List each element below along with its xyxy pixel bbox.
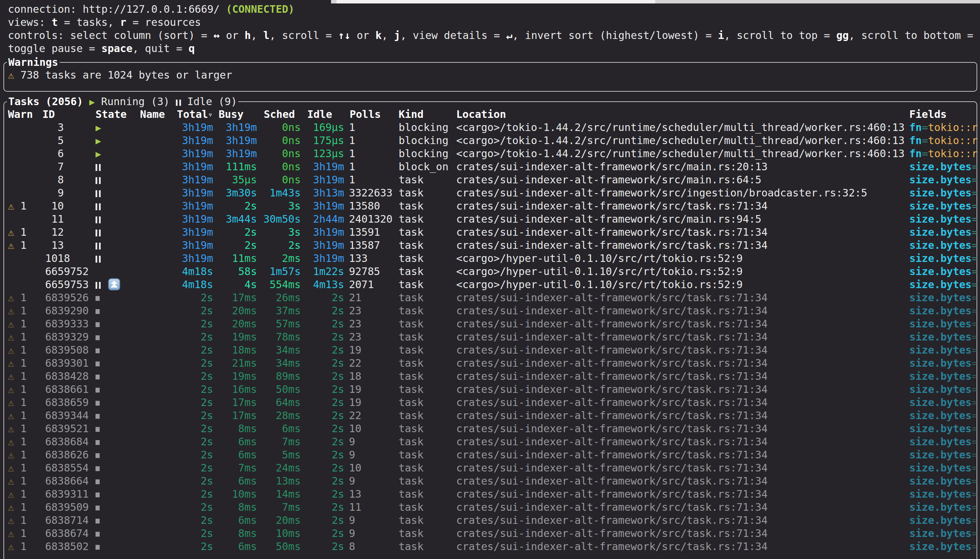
column-header-location[interactable]: Location xyxy=(456,108,506,121)
sched-cell: 0ns xyxy=(251,121,301,134)
task-row[interactable]: ⚠ 168386842s6ms7ms2s9taskcrates/sui-inde… xyxy=(0,435,980,448)
text-segment: t xyxy=(51,16,58,28)
polls-cell: 9 xyxy=(349,448,355,461)
task-row[interactable]: ⚠ 168387142s6ms20ms2s9taskcrates/sui-ind… xyxy=(0,514,980,527)
field-key: size.bytes xyxy=(909,278,972,291)
task-row[interactable]: 3▶3h19m3h19m0ns169µs1blocking<cargo>/tok… xyxy=(0,121,980,134)
task-row[interactable]: 93h19m3m30s1m43s3h13m3322633taskcrates/s… xyxy=(0,187,980,200)
task-row[interactable]: ⚠ 168393332s20ms57ms2s23taskcrates/sui-i… xyxy=(0,318,980,331)
state-cell xyxy=(96,304,100,318)
warn-cell: ⚠ 1 xyxy=(8,422,26,435)
total-cell: 3h19m xyxy=(164,239,213,252)
field-equals: = xyxy=(972,278,978,291)
idle-cell: 3h19m xyxy=(295,226,344,239)
task-row[interactable]: ⚠ 1133h19m2s2s3h19m13587taskcrates/sui-i… xyxy=(0,239,980,252)
task-row[interactable]: 6659752 4m18s58s1m57s1m22s92785task<carg… xyxy=(0,265,980,278)
task-row[interactable]: ⚠ 1123h19m2s3s3h19m13591taskcrates/sui-i… xyxy=(0,226,980,239)
warning-text xyxy=(14,69,20,81)
task-row[interactable]: ⚠ 168393112s10ms14ms2s13taskcrates/sui-i… xyxy=(0,488,980,501)
column-header-state[interactable]: State xyxy=(96,108,127,121)
task-row[interactable]: 113h19m3m44s30m50s2h44m2401320taskcrates… xyxy=(0,213,980,226)
polls-cell: 2071 xyxy=(349,278,374,291)
location-cell: crates/sui-indexer-alt-framework/src/tas… xyxy=(456,226,768,239)
kind-cell: blocking xyxy=(399,147,449,160)
fields-cell: size.bytes= xyxy=(909,461,978,475)
kind-cell: task xyxy=(399,304,424,318)
column-header-idle[interactable]: Idle xyxy=(307,108,332,121)
column-header-sched[interactable]: Sched xyxy=(264,108,295,121)
polls-cell: 23 xyxy=(349,318,361,331)
warning-icon: ⚠ xyxy=(8,318,14,330)
kind-cell: task xyxy=(399,239,424,252)
task-row[interactable]: 6▶3h19m3h19m0ns123µs1blocking<cargo>/tok… xyxy=(0,147,980,160)
polls-cell: 9 xyxy=(349,475,355,488)
task-row[interactable]: ⚠ 168386642s6ms13ms2s9taskcrates/sui-ind… xyxy=(0,475,980,488)
task-row[interactable]: ⚠ 168386612s16ms50ms2s19taskcrates/sui-i… xyxy=(0,383,980,396)
polls-cell: 133 xyxy=(349,252,368,265)
column-header-busy[interactable]: Busy xyxy=(219,108,243,121)
task-id-cell: 6838674 xyxy=(45,527,64,540)
state-cell xyxy=(96,174,101,187)
field-equals: = xyxy=(972,213,978,225)
task-id-cell: 1018 xyxy=(45,252,64,265)
task-row[interactable]: ⚠ 1103h19m2s3s3h19m13580taskcrates/sui-i… xyxy=(0,200,980,213)
idle-cell: 2s xyxy=(295,435,344,448)
sort-indicator-icon: ▿ xyxy=(208,110,212,119)
task-row[interactable]: ⚠ 168386592s17ms64ms2s19taskcrates/sui-i… xyxy=(0,396,980,409)
task-row[interactable]: ⚠ 168393012s21ms34ms2s22taskcrates/sui-i… xyxy=(0,357,980,370)
busy-cell: 8ms xyxy=(207,501,257,514)
field-equals: = xyxy=(972,449,978,461)
column-header-total[interactable]: Total▿ xyxy=(177,108,213,121)
location-cell: crates/sui-indexer-alt-framework/src/mai… xyxy=(456,174,761,187)
polls-cell: 21 xyxy=(349,291,361,304)
busy-cell: 3m44s xyxy=(207,213,257,226)
warn-cell: ⚠ 1 xyxy=(8,396,26,409)
warn-cell: ⚠ 1 xyxy=(8,291,26,304)
text-segment: h xyxy=(245,29,251,41)
warning-icon: ⚠ xyxy=(8,423,14,435)
column-header-warn[interactable]: Warn xyxy=(8,108,33,121)
column-header-polls[interactable]: Polls xyxy=(350,108,381,121)
task-row[interactable]: ⚠ 168385542s7ms24ms2s10taskcrates/sui-in… xyxy=(0,461,980,475)
task-row[interactable]: ⚠ 168395212s8ms6ms2s10taskcrates/sui-ind… xyxy=(0,422,980,435)
total-cell: 2s xyxy=(164,344,213,357)
field-equals: = xyxy=(972,226,978,238)
task-row[interactable]: ⚠ 168395082s18ms34ms2s19taskcrates/sui-i… xyxy=(0,344,980,357)
total-cell: 2s xyxy=(164,357,213,370)
task-row[interactable]: ⚠ 168393292s19ms78ms2s23taskcrates/sui-i… xyxy=(0,331,980,344)
task-row[interactable]: 83h19m35µs0ns3h19m1taskcrates/sui-indexe… xyxy=(0,174,980,187)
task-row[interactable]: ⚠ 168386262s6ms5ms2s9taskcrates/sui-inde… xyxy=(0,448,980,461)
warn-cell: ⚠ 1 xyxy=(8,331,26,344)
busy-cell: 111ms xyxy=(207,160,257,174)
field-equals: = xyxy=(972,488,978,500)
column-header-fields[interactable]: Fields xyxy=(909,108,947,121)
column-header-name[interactable]: Name xyxy=(140,108,165,121)
task-row[interactable]: 5▶3h19m3h19m0ns175µs1blocking<cargo>/tok… xyxy=(0,134,980,147)
warn-cell: ⚠ 1 xyxy=(8,435,26,448)
column-header-id[interactable]: ID xyxy=(42,108,55,121)
sched-cell: 0ns xyxy=(251,134,301,147)
fields-cell: size.bytes= xyxy=(909,239,978,252)
column-label: Busy xyxy=(219,108,243,120)
busy-cell: 10ms xyxy=(207,488,257,501)
task-row[interactable]: 73h19m111ms0ns3h19m1block_oncrates/sui-i… xyxy=(0,160,980,174)
task-id-cell: 6839301 xyxy=(45,357,64,370)
task-row[interactable]: ⚠ 168385022s6ms50ms2s8taskcrates/sui-ind… xyxy=(0,540,980,553)
busy-cell: 11ms xyxy=(207,252,257,265)
column-header-kind[interactable]: Kind xyxy=(399,108,424,121)
task-row[interactable]: ⚠ 168395262s17ms26ms2s21taskcrates/sui-i… xyxy=(0,291,980,304)
task-row[interactable]: ⚠ 168393442s17ms28ms2s22taskcrates/sui-i… xyxy=(0,409,980,422)
sched-cell: 14ms xyxy=(251,488,301,501)
field-equals: = xyxy=(922,147,928,160)
task-row[interactable]: ⚠ 168395092s8ms7ms2s11taskcrates/sui-ind… xyxy=(0,501,980,514)
task-row[interactable]: 66597534m18s4s554ms4m13s2071task<cargo>/… xyxy=(0,278,980,291)
task-row[interactable]: ⚠ 168392902s20ms37ms2s23taskcrates/sui-i… xyxy=(0,304,980,318)
idle-cell: 2s xyxy=(295,318,344,331)
warn-cell: ⚠ 1 xyxy=(8,540,26,553)
task-id-cell: 11 xyxy=(45,213,64,226)
task-row[interactable]: 10183h19m11ms2ms3h19m133task<cargo>/hype… xyxy=(0,252,980,265)
polls-cell: 19 xyxy=(349,344,361,357)
task-row[interactable]: ⚠ 168386742s8ms10ms2s9taskcrates/sui-ind… xyxy=(0,527,980,540)
kind-cell: task xyxy=(399,396,424,409)
task-row[interactable]: ⚠ 168384282s19ms89ms2s18taskcrates/sui-i… xyxy=(0,370,980,383)
